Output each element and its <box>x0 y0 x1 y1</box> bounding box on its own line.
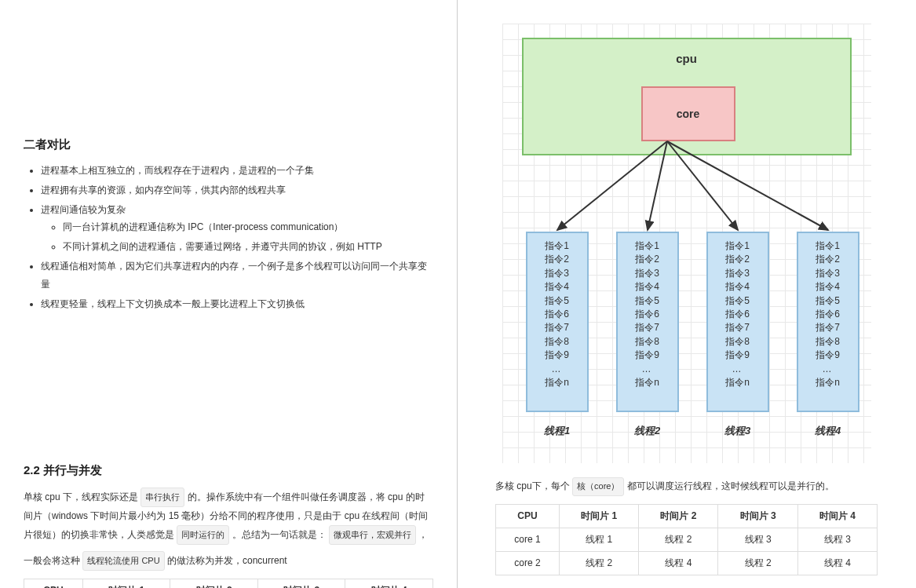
multi-core-table: CPU 时间片 1 时间片 2 时间片 3 时间片 4 core 1 线程 1 … <box>495 504 878 575</box>
sublist: 同一台计算机的进程通信称为 IPC（Inter-process communic… <box>41 218 433 256</box>
paragraph: 一般会将这种 线程轮流使用 CPU 的做法称为并发，concurrent <box>24 551 433 571</box>
highlight: 串行执行 <box>141 488 184 507</box>
col-slice2: 时间片 2 <box>170 579 258 588</box>
multi-core-paragraph: 多核 cpu下，每个 核（core） 都可以调度运行线程，这时候线程可以是并行的… <box>495 477 892 496</box>
page-left: 二者对比 进程基本上相互独立的，而线程存在于进程内，是进程的一个子集 进程拥有共… <box>0 0 458 588</box>
col-cpu: CPU <box>496 504 560 528</box>
section-2-2-heading: 2.2 并行与并发 <box>24 463 433 478</box>
highlight: 核（core） <box>572 477 624 496</box>
single-core-table: CPU 时间片 1 时间片 2 时间片 3 时间片 4 core 线程 1 线程… <box>24 579 433 588</box>
col-slice1: 时间片 1 <box>82 579 170 588</box>
col-slice4: 时间片 4 <box>345 579 433 588</box>
thread-column-4: 指令1 指令2 指令3 指令4 指令5 指令6 指令7 指令8 指令9 … 指令… <box>797 232 859 412</box>
thread-label-2: 线程2 <box>616 424 679 438</box>
svg-line-2 <box>667 141 738 230</box>
list-item: 进程基本上相互独立的，而线程存在于进程内，是进程的一个子集 <box>41 162 433 180</box>
list-item: 不同计算机之间的进程通信，需要通过网络，并遵守共同的协议，例如 HTTP <box>63 238 433 256</box>
thread-column-3: 指令1 指令2 指令3 指令4 指令5 指令6 指令7 指令8 指令9 … 指令… <box>706 232 769 412</box>
comparison-list: 进程基本上相互独立的，而线程存在于进程内，是进程的一个子集 进程拥有共享的资源，… <box>24 162 433 312</box>
thread-label-4: 线程4 <box>797 424 859 438</box>
table-row: core 1 线程 1 线程 2 线程 3 线程 3 <box>496 528 878 551</box>
list-item: 线程通信相对简单，因为它们共享进程内的内存，一个例子是多个线程可以访问同一个共享… <box>41 257 433 294</box>
thread-column-2: 指令1 指令2 指令3 指令4 指令5 指令6 指令7 指令8 指令9 … 指令… <box>616 232 679 412</box>
col-slice3: 时间片 3 <box>257 579 345 588</box>
comparison-heading: 二者对比 <box>24 137 433 152</box>
col-cpu: CPU <box>24 579 83 588</box>
highlight: 微观串行，宏观并行 <box>329 525 416 545</box>
list-item: 同一台计算机的进程通信称为 IPC（Inter-process communic… <box>63 218 433 236</box>
highlight: 线程轮流使用 CPU <box>82 551 164 571</box>
list-item: 进程间通信较为复杂 同一台计算机的进程通信称为 IPC（Inter-proces… <box>41 201 433 256</box>
cpu-diagram: cpu core 指令1 指令2 指令3 指令4 <box>502 24 871 463</box>
thread-label-1: 线程1 <box>526 424 589 438</box>
highlight: 同时运行的 <box>177 525 229 545</box>
page-right: cpu core 指令1 指令2 指令3 指令4 <box>458 0 915 588</box>
col-slice1: 时间片 1 <box>559 504 638 528</box>
svg-line-3 <box>667 141 828 230</box>
thread-label-3: 线程3 <box>706 424 769 438</box>
col-slice4: 时间片 4 <box>797 504 877 528</box>
paragraph: 单核 cpu 下，线程实际还是 串行执行 的。操作系统中有一个组件叫做任务调度器… <box>24 488 433 545</box>
table-row: core 2 线程 2 线程 4 线程 2 线程 4 <box>496 551 878 575</box>
col-slice2: 时间片 2 <box>639 504 718 528</box>
col-slice3: 时间片 3 <box>718 504 797 528</box>
list-item: 进程拥有共享的资源，如内存空间等，供其内部的线程共享 <box>41 181 433 199</box>
thread-column-1: 指令1 指令2 指令3 指令4 指令5 指令6 指令7 指令8 指令9 … 指令… <box>526 232 589 412</box>
list-item: 线程更轻量，线程上下文切换成本一般上要比进程上下文切换低 <box>41 295 433 313</box>
list-item-text: 进程间通信较为复杂 <box>41 204 126 215</box>
